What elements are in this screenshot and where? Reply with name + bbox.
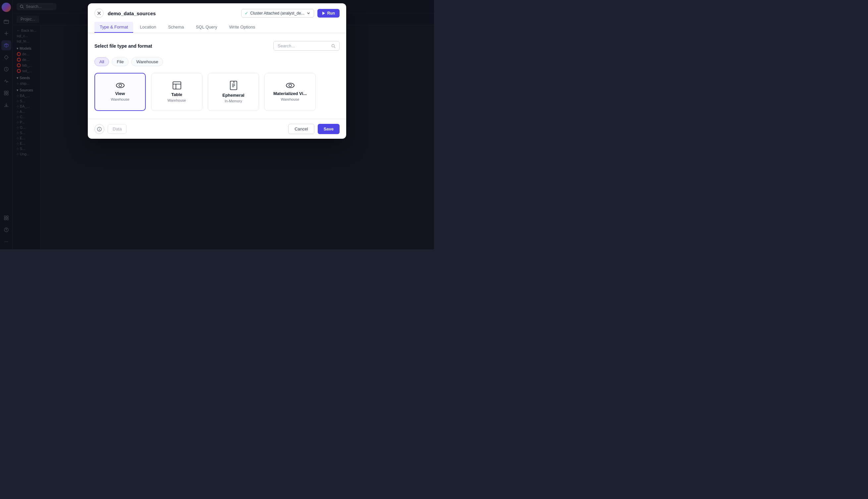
close-button[interactable] <box>94 9 104 18</box>
tab-schema[interactable]: Schema <box>163 22 189 33</box>
info-button[interactable] <box>94 124 104 134</box>
table-icon <box>173 82 181 89</box>
ephemeral-icon <box>230 81 237 90</box>
save-button[interactable]: Save <box>318 124 340 134</box>
tab-sql-query[interactable]: SQL Query <box>191 22 222 33</box>
modal-footer: Data Cancel Save <box>88 119 346 139</box>
card-mat-view-name: Materialized Vi... <box>273 91 307 96</box>
section-title: Select file type and format <box>94 44 152 49</box>
card-table[interactable]: Table Warehouse <box>151 73 202 111</box>
cluster-badge[interactable]: ✓ Cluster Attached (analyst_de... <box>241 9 314 17</box>
cards-grid: View Warehouse Table Warehouse <box>94 73 340 111</box>
view-icon <box>116 83 125 88</box>
search-icon <box>331 44 335 48</box>
tab-location[interactable]: Location <box>134 22 161 33</box>
svg-point-21 <box>286 83 294 88</box>
chevron-down-icon <box>306 11 311 15</box>
svg-point-18 <box>119 84 122 87</box>
tab-write-options[interactable]: Write Options <box>224 22 261 33</box>
svg-point-17 <box>116 83 124 88</box>
filter-file[interactable]: File <box>112 57 129 66</box>
modal-header: demo_data_sources ✓ Cluster Attached (an… <box>88 3 346 18</box>
play-icon <box>322 11 325 15</box>
info-icon <box>97 127 102 132</box>
filter-pills: All File Warehouse <box>94 57 340 66</box>
card-view-name: View <box>115 91 125 96</box>
run-button[interactable]: Run <box>317 9 340 17</box>
modal-tabs: Type & Format Location Schema SQL Query … <box>88 18 346 33</box>
card-ephemeral-name: Ephemeral <box>222 93 244 98</box>
card-materialized-view[interactable]: Materialized Vi... Warehouse <box>264 73 316 111</box>
section-header: Select file type and format <box>94 41 340 51</box>
svg-point-24 <box>99 128 99 128</box>
footer-right: Cancel Save <box>288 124 340 134</box>
svg-rect-19 <box>173 82 181 89</box>
card-ephemeral[interactable]: Ephemeral In-Memory <box>208 73 259 111</box>
cluster-label: Cluster Attached (analyst_de... <box>250 11 304 15</box>
footer-left: Data <box>94 124 126 134</box>
card-view[interactable]: View Warehouse <box>94 73 146 111</box>
card-mat-view-subtitle: Warehouse <box>281 97 300 101</box>
cluster-check-icon: ✓ <box>245 11 248 15</box>
cancel-button[interactable]: Cancel <box>288 124 314 134</box>
card-table-name: Table <box>171 92 182 97</box>
data-button: Data <box>108 124 126 134</box>
filter-warehouse[interactable]: Warehouse <box>131 57 163 66</box>
tab-type-format[interactable]: Type & Format <box>94 22 133 33</box>
modal-overlay: demo_data_sources ✓ Cluster Attached (an… <box>0 0 434 250</box>
search-input[interactable] <box>278 44 329 48</box>
card-view-subtitle: Warehouse <box>111 97 130 101</box>
card-ephemeral-subtitle: In-Memory <box>225 99 242 103</box>
modal: demo_data_sources ✓ Cluster Attached (an… <box>88 3 346 139</box>
search-box[interactable] <box>273 41 340 51</box>
modal-title: demo_data_sources <box>108 11 156 16</box>
filter-all[interactable]: All <box>94 57 109 66</box>
svg-point-22 <box>289 84 291 87</box>
modal-header-right: ✓ Cluster Attached (analyst_de... Run <box>241 9 340 17</box>
modal-body: Select file type and format All File <box>88 33 346 119</box>
card-table-subtitle: Warehouse <box>168 98 186 102</box>
materialized-view-icon <box>286 83 295 88</box>
svg-point-16 <box>331 44 334 47</box>
